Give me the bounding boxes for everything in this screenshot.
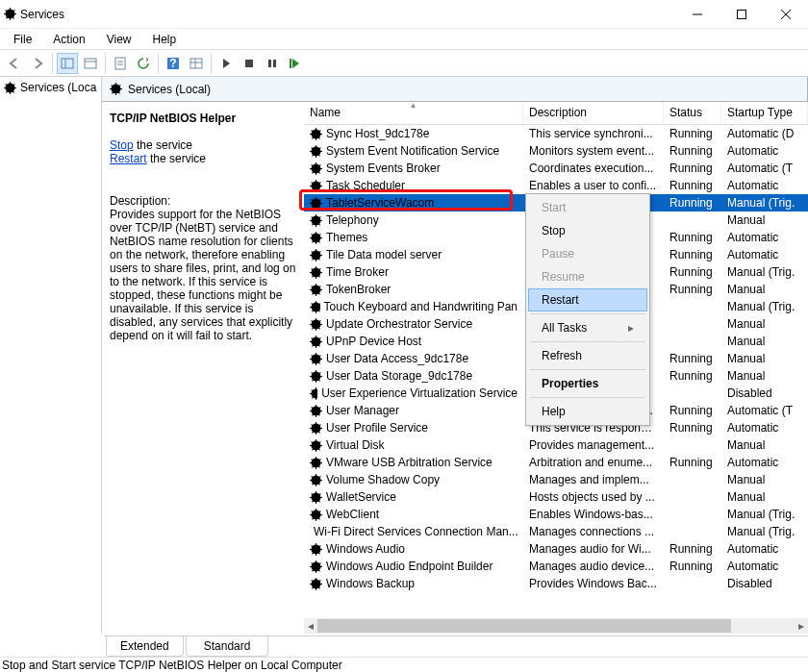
tree-item-services-local[interactable]: Services (Loca (0, 77, 101, 98)
service-name: Windows Audio (326, 542, 405, 556)
service-startup-type: Automatic (721, 231, 808, 244)
service-name: Windows Audio Endpoint Builder (326, 560, 492, 573)
maximize-button[interactable] (720, 0, 764, 29)
service-startup-type: Manual (721, 335, 808, 348)
gear-icon (310, 162, 322, 175)
gear-icon (310, 318, 322, 331)
ctx-pause: Pause (528, 242, 647, 265)
service-row[interactable]: WebClientEnables Windows-bas...Manual (T… (304, 506, 808, 523)
service-status: Running (664, 560, 721, 573)
minimize-button[interactable] (675, 0, 720, 29)
service-row[interactable]: System Events BrokerCoordinates executio… (304, 160, 808, 177)
service-row[interactable]: Windows Audio Endpoint BuilderManages au… (304, 558, 808, 575)
svg-rect-13 (245, 60, 253, 67)
pause-service-button[interactable] (262, 53, 283, 74)
service-name: Tile Data model server (326, 248, 442, 261)
show-hide-tree-button[interactable] (57, 53, 78, 74)
ctx-properties[interactable]: Properties (528, 372, 647, 395)
service-row[interactable]: VMware USB Arbitration ServiceArbitratio… (304, 454, 808, 471)
restart-service-button[interactable] (285, 53, 306, 74)
service-description: Coordinates execution... (523, 162, 664, 175)
gear-icon (310, 232, 322, 244)
menu-bar: File Action View Help (0, 29, 808, 50)
view-options-button[interactable] (186, 53, 207, 74)
gear-icon (110, 83, 122, 95)
properties-button[interactable] (110, 53, 131, 74)
column-status[interactable]: Status (664, 102, 721, 124)
gear-icon (310, 543, 322, 556)
console-tree-pane[interactable]: Services (Loca (0, 77, 102, 634)
start-service-button[interactable] (215, 53, 237, 74)
menu-file[interactable]: File (4, 31, 41, 48)
service-row[interactable]: Windows BackupProvides Windows Bac...Dis… (304, 575, 808, 592)
gear-icon (310, 284, 322, 296)
service-name: Task Scheduler (326, 179, 405, 192)
service-name: VMware USB Arbitration Service (326, 456, 492, 469)
service-row[interactable]: Task SchedulerEnables a user to confi...… (304, 177, 808, 194)
service-startup-type: Manual (721, 490, 808, 504)
service-name: Virtual Disk (326, 438, 384, 452)
menu-view[interactable]: View (97, 31, 141, 48)
gear-icon (310, 145, 322, 158)
ctx-all-tasks[interactable]: All Tasks▸ (528, 316, 647, 339)
gear-icon (310, 336, 322, 348)
refresh-button[interactable] (133, 53, 154, 74)
column-description[interactable]: Description (523, 102, 664, 124)
service-description: Monitors system event... (523, 144, 664, 158)
ctx-help[interactable]: Help (528, 400, 647, 423)
tab-standard[interactable]: Standard (186, 636, 269, 657)
service-list[interactable]: Name Description Status Startup Type Syn… (304, 102, 808, 634)
service-name: Time Broker (326, 265, 389, 279)
service-startup-type: Manual (Trig. (721, 196, 808, 210)
ctx-resume: Resume (528, 265, 647, 288)
service-status: Running (664, 162, 721, 175)
gear-icon (310, 509, 322, 521)
horizontal-scrollbar[interactable]: ◂ ▸ (304, 618, 808, 634)
svg-rect-16 (290, 59, 291, 68)
help-button[interactable]: ? (163, 53, 184, 74)
ctx-stop[interactable]: Stop (528, 219, 647, 242)
close-button[interactable] (764, 0, 808, 29)
stop-service-button[interactable] (239, 53, 260, 74)
svg-rect-7 (115, 58, 125, 69)
gear-icon (310, 560, 322, 573)
service-row[interactable]: Windows AudioManages audio for Wi...Runn… (304, 540, 808, 558)
service-startup-type: Automatic (721, 560, 808, 573)
service-status: Running (664, 196, 721, 210)
service-name: System Events Broker (326, 162, 441, 175)
ctx-refresh[interactable]: Refresh (528, 344, 647, 367)
service-row[interactable]: WalletServiceHosts objects used by ...Ma… (304, 488, 808, 506)
service-row[interactable]: Wi-Fi Direct Services Connection Man...M… (304, 523, 808, 540)
gear-icon (310, 387, 317, 400)
service-row[interactable]: Volume Shadow CopyManages and implem...M… (304, 471, 808, 488)
service-description: Provides Windows Bac... (523, 577, 664, 590)
gear-icon (310, 491, 322, 504)
service-name: Wi-Fi Direct Services Connection Man... (314, 525, 518, 538)
service-description: Manages audio for Wi... (523, 542, 664, 556)
window-title: Services (20, 8, 675, 21)
restart-service-link[interactable]: Restart (110, 152, 147, 165)
column-startup-type[interactable]: Startup Type (721, 102, 808, 124)
menu-help[interactable]: Help (143, 31, 187, 48)
service-description: Manages and implem... (523, 473, 664, 486)
back-button[interactable] (4, 53, 25, 74)
service-status: Running (664, 352, 721, 365)
service-startup-type: Automatic (T (721, 162, 808, 175)
service-row[interactable]: Virtual DiskProvides management...Manual (304, 436, 808, 454)
forward-button[interactable] (27, 53, 48, 74)
column-name[interactable]: Name (304, 102, 523, 124)
gear-icon (310, 578, 322, 590)
service-row[interactable]: Sync Host_9dc178eThis service synchroni.… (304, 125, 808, 142)
selected-service-title: TCP/IP NetBIOS Helper (110, 112, 296, 125)
service-status: Running (664, 265, 721, 279)
ctx-restart[interactable]: Restart (528, 288, 647, 311)
menu-action[interactable]: Action (43, 31, 94, 48)
stop-service-link[interactable]: Stop (110, 138, 134, 152)
service-row[interactable]: System Event Notification ServiceMonitor… (304, 142, 808, 160)
service-name: System Event Notification Service (326, 144, 499, 158)
service-startup-type: Manual (721, 352, 808, 365)
export-list-button[interactable] (80, 53, 101, 74)
gear-icon (310, 128, 322, 140)
service-name: Themes (326, 231, 367, 244)
tab-extended[interactable]: Extended (106, 636, 184, 657)
